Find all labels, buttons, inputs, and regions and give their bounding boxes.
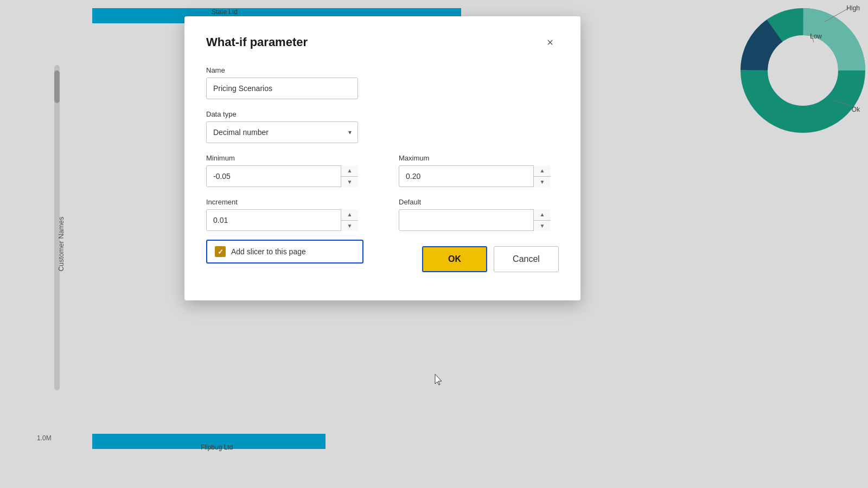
checkbox-custom: ✓ (215, 246, 226, 257)
maximum-input[interactable] (399, 165, 551, 187)
minimum-spinner-up[interactable]: ▲ (341, 165, 358, 177)
name-group: Name (206, 66, 559, 99)
minimum-spinner-down[interactable]: ▼ (341, 177, 358, 188)
minimum-input[interactable] (206, 165, 358, 187)
data-type-select[interactable]: Decimal number Whole number Text (206, 121, 358, 143)
add-slicer-label: Add slicer to this page (231, 247, 306, 256)
what-if-dialog: What-if parameter × Name Data type Decim… (184, 16, 580, 300)
maximum-spinners: ▲ ▼ (533, 165, 551, 187)
increment-input-wrapper: ▲ ▼ (206, 209, 358, 231)
checkmark-icon: ✓ (218, 248, 224, 256)
name-label: Name (206, 66, 559, 74)
maximum-col: Maximum ▲ ▼ (399, 154, 559, 187)
maximum-spinner-down[interactable]: ▼ (534, 177, 551, 188)
ok-button[interactable]: OK (422, 246, 487, 272)
min-max-row: Minimum ▲ ▼ Maximum ▲ ▼ (206, 154, 559, 187)
data-type-label: Data type (206, 110, 559, 118)
minimum-spinners: ▲ ▼ (341, 165, 358, 187)
default-col: Default ▲ ▼ OK Cancel (399, 198, 559, 272)
default-spinners: ▲ ▼ (533, 209, 551, 231)
default-spinner-down[interactable]: ▼ (534, 221, 551, 232)
dialog-header: What-if parameter × (206, 34, 559, 51)
add-slicer-checkbox-row[interactable]: ✓ Add slicer to this page (206, 240, 363, 264)
increment-spinner-up[interactable]: ▲ (341, 209, 358, 221)
increment-input[interactable] (206, 209, 358, 231)
add-slicer-wrapper: ✓ Add slicer to this page (206, 240, 366, 264)
default-input-wrapper: ▲ ▼ (399, 209, 551, 231)
increment-default-row: Increment ▲ ▼ ✓ Add slicer to this page (206, 198, 559, 272)
minimum-label: Minimum (206, 154, 366, 162)
minimum-col: Minimum ▲ ▼ (206, 154, 366, 187)
minimum-input-wrapper: ▲ ▼ (206, 165, 358, 187)
maximum-label: Maximum (399, 154, 559, 162)
data-type-select-wrapper: Decimal number Whole number Text ▾ (206, 121, 358, 143)
data-type-group: Data type Decimal number Whole number Te… (206, 110, 559, 143)
increment-col: Increment ▲ ▼ ✓ Add slicer to this page (206, 198, 366, 272)
increment-spinners: ▲ ▼ (341, 209, 358, 231)
name-input[interactable] (206, 78, 358, 99)
default-input[interactable] (399, 209, 551, 231)
dialog-footer: OK Cancel (399, 246, 559, 272)
close-button[interactable]: × (541, 34, 559, 51)
default-label: Default (399, 198, 559, 206)
increment-spinner-down[interactable]: ▼ (341, 221, 358, 232)
default-spinner-up[interactable]: ▲ (534, 209, 551, 221)
maximum-spinner-up[interactable]: ▲ (534, 165, 551, 177)
maximum-input-wrapper: ▲ ▼ (399, 165, 551, 187)
increment-label: Increment (206, 198, 366, 206)
cancel-button[interactable]: Cancel (494, 246, 559, 272)
dialog-title: What-if parameter (206, 35, 308, 49)
